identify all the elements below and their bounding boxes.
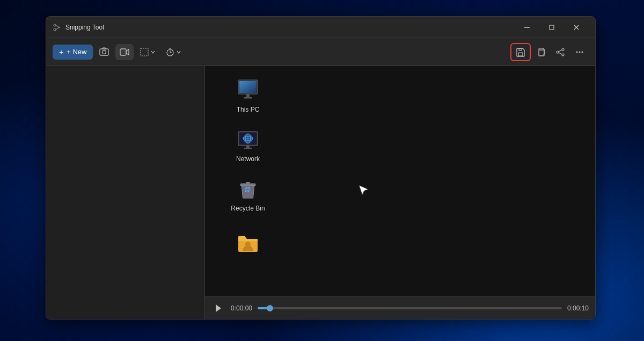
progress-bar[interactable] bbox=[258, 307, 562, 309]
more-button[interactable] bbox=[570, 44, 589, 60]
screenshot-content: This PC bbox=[205, 66, 595, 296]
svg-rect-12 bbox=[141, 48, 148, 56]
svg-point-0 bbox=[54, 24, 56, 26]
svg-rect-17 bbox=[518, 53, 523, 56]
copy-button[interactable] bbox=[532, 44, 550, 60]
app-icon bbox=[53, 23, 61, 32]
toolbar: + + New bbox=[46, 38, 595, 66]
svg-point-9 bbox=[103, 50, 106, 54]
svg-rect-41 bbox=[244, 148, 252, 149]
svg-point-25 bbox=[576, 51, 578, 53]
timer-button[interactable] bbox=[162, 45, 185, 60]
title-bar: Snipping Tool bbox=[46, 17, 595, 38]
desktop-icons-column: This PC bbox=[226, 77, 269, 269]
recycle-bin-icon-item[interactable]: Recycle Bin bbox=[226, 176, 269, 212]
shape-button[interactable] bbox=[136, 45, 159, 60]
video-mode-button[interactable] bbox=[115, 44, 134, 60]
minimize-button[interactable] bbox=[515, 19, 539, 36]
recycle-bin-icon bbox=[235, 176, 261, 201]
svg-rect-40 bbox=[246, 146, 250, 148]
svg-point-1 bbox=[54, 28, 56, 31]
svg-rect-8 bbox=[100, 49, 108, 55]
network-icon-item[interactable]: Network bbox=[226, 126, 269, 163]
progress-thumb bbox=[267, 305, 273, 311]
svg-point-26 bbox=[579, 51, 581, 53]
this-pc-icon-item[interactable]: This PC bbox=[226, 77, 269, 113]
svg-rect-11 bbox=[120, 49, 126, 55]
svg-point-21 bbox=[557, 51, 559, 53]
svg-line-3 bbox=[56, 27, 60, 30]
snipping-tool-window: Snipping Tool + + New bbox=[46, 16, 596, 320]
progress-fill bbox=[258, 307, 270, 309]
save-button[interactable] bbox=[510, 43, 531, 61]
svg-line-23 bbox=[559, 50, 562, 52]
video-controls: 0:00:00 0:00:10 bbox=[205, 296, 595, 319]
this-pc-icon bbox=[235, 77, 261, 103]
video-area: This PC bbox=[204, 66, 595, 319]
svg-rect-19 bbox=[539, 50, 544, 56]
mouse-cursor bbox=[358, 184, 369, 197]
end-time: 0:00:10 bbox=[567, 304, 589, 312]
left-panel bbox=[46, 66, 204, 319]
svg-rect-5 bbox=[550, 25, 554, 30]
play-button[interactable] bbox=[211, 301, 225, 315]
recycle-bin-label: Recycle Bin bbox=[231, 205, 265, 212]
this-pc-label: This PC bbox=[237, 106, 260, 113]
svg-rect-32 bbox=[244, 97, 252, 99]
network-label: Network bbox=[236, 155, 260, 163]
maximize-button[interactable] bbox=[539, 19, 564, 36]
user-folder-icon-item[interactable] bbox=[226, 229, 269, 258]
window-title: Snipping Tool bbox=[65, 24, 104, 31]
window-controls bbox=[515, 19, 589, 36]
share-button[interactable] bbox=[551, 44, 569, 60]
network-icon bbox=[235, 126, 261, 152]
svg-rect-43 bbox=[246, 182, 250, 184]
svg-rect-18 bbox=[519, 48, 522, 50]
close-button[interactable] bbox=[564, 19, 589, 36]
user-folder-icon bbox=[235, 229, 261, 255]
svg-rect-30 bbox=[239, 81, 257, 93]
toolbar-right bbox=[510, 43, 589, 61]
current-time: 0:00:00 bbox=[231, 304, 252, 312]
svg-point-22 bbox=[562, 54, 564, 56]
new-icon: + bbox=[59, 48, 63, 56]
svg-rect-42 bbox=[240, 184, 255, 186]
main-content: This PC bbox=[46, 66, 595, 319]
svg-point-27 bbox=[582, 51, 583, 53]
svg-rect-31 bbox=[246, 94, 250, 97]
new-button[interactable]: + + New bbox=[53, 45, 93, 60]
svg-rect-10 bbox=[103, 48, 106, 49]
svg-line-24 bbox=[559, 53, 562, 54]
svg-point-20 bbox=[562, 48, 564, 50]
photo-mode-button[interactable] bbox=[95, 44, 113, 60]
